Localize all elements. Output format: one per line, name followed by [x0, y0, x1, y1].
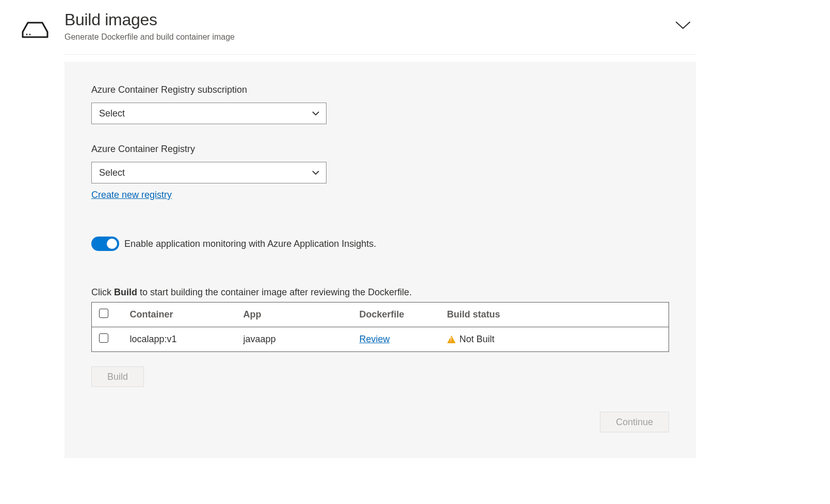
subscription-select-value: Select — [99, 108, 125, 119]
table-row: localapp:v1 javaapp Review Not Built — [92, 327, 669, 352]
warning-icon — [447, 335, 455, 343]
chevron-down-icon — [312, 109, 320, 118]
select-all-checkbox[interactable] — [99, 309, 108, 318]
cell-app: javaapp — [236, 327, 352, 352]
col-header-status: Build status — [440, 303, 669, 327]
build-images-panel: Azure Container Registry subscription Se… — [64, 62, 696, 458]
disk-icon — [21, 20, 50, 458]
cell-container: localapp:v1 — [123, 327, 236, 352]
col-header-dockerfile: Dockerfile — [352, 303, 440, 327]
build-table: Container App Dockerfile Build status lo… — [91, 302, 669, 352]
build-button[interactable]: Build — [91, 366, 144, 387]
build-instruction: Click Build to start building the contai… — [91, 287, 669, 298]
svg-point-1 — [29, 34, 30, 36]
col-header-container: Container — [123, 303, 236, 327]
monitoring-toggle-label: Enable application monitoring with Azure… — [124, 239, 376, 249]
chevron-down-icon — [312, 168, 320, 177]
col-header-app: App — [236, 303, 352, 327]
collapse-section-icon[interactable] — [675, 10, 696, 32]
review-dockerfile-link[interactable]: Review — [360, 334, 390, 345]
create-registry-link[interactable]: Create new registry — [91, 190, 172, 200]
row-checkbox[interactable] — [99, 333, 108, 343]
subscription-select[interactable]: Select — [91, 103, 327, 124]
registry-select-value: Select — [99, 167, 125, 178]
page-subtitle: Generate Dockerfile and build container … — [64, 32, 235, 42]
header-divider — [64, 54, 696, 55]
registry-label: Azure Container Registry — [91, 144, 669, 155]
cell-status: Not Built — [460, 334, 495, 345]
page-title: Build images — [64, 10, 235, 29]
svg-point-0 — [26, 34, 27, 36]
continue-button[interactable]: Continue — [600, 412, 669, 432]
monitoring-toggle[interactable] — [91, 237, 119, 251]
subscription-label: Azure Container Registry subscription — [91, 85, 669, 95]
toggle-knob — [107, 239, 117, 249]
registry-select[interactable]: Select — [91, 162, 327, 183]
